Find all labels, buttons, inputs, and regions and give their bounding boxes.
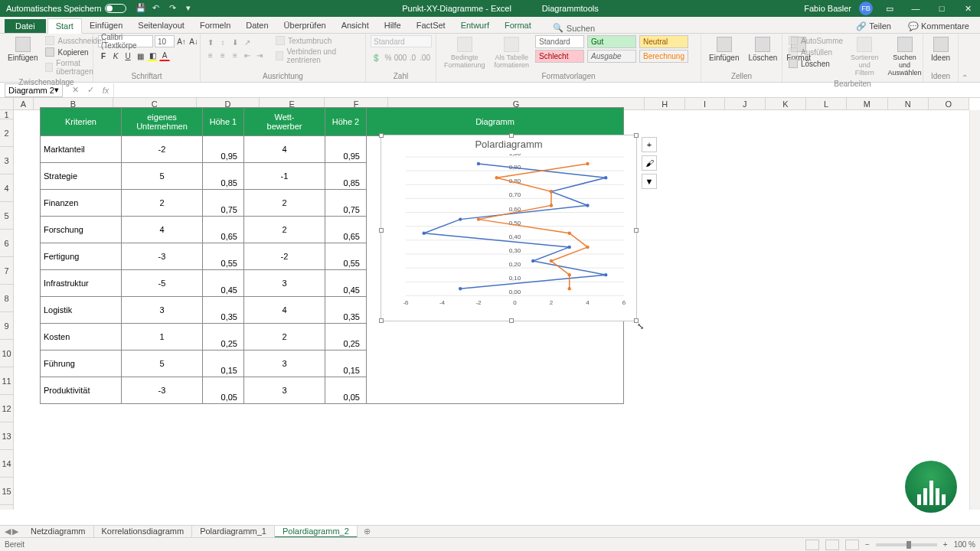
autosave-toggle[interactable]: Automatisches Speichern: [6, 4, 126, 13]
row-header-2[interactable]: 2: [0, 119, 13, 147]
delete-cells-button[interactable]: Löschen: [745, 35, 780, 64]
thousands-icon[interactable]: 000: [395, 52, 406, 63]
close-button[interactable]: ✕: [959, 2, 977, 15]
fill-button[interactable]: Ausfüllen: [787, 47, 844, 57]
maximize-button[interactable]: □: [933, 2, 951, 15]
cell-kriterien[interactable]: Finanzen: [41, 190, 122, 217]
zoom-slider[interactable]: [876, 543, 937, 546]
conditional-formatting-button[interactable]: Bedingte Formatierung: [441, 35, 488, 70]
currency-icon[interactable]: 💲: [371, 52, 381, 63]
vertical-scrollbar[interactable]: [969, 110, 980, 510]
format-as-table-button[interactable]: Als Tabelle formatieren: [492, 35, 533, 70]
cell-kriterien[interactable]: Produktivität: [41, 377, 122, 404]
enter-formula-icon[interactable]: ✓: [84, 84, 96, 96]
tab-entwurf[interactable]: Entwurf: [453, 18, 497, 33]
chart-filter-button[interactable]: ▼: [642, 174, 657, 189]
find-select-button[interactable]: Suchen und Auswählen: [885, 35, 925, 78]
ideas-button[interactable]: Ideen: [928, 35, 953, 64]
cell-h1[interactable]: 0,15: [203, 350, 244, 377]
cell-kriterien[interactable]: Logistik: [41, 297, 122, 324]
zoom-in-button[interactable]: +: [943, 540, 948, 549]
row-header-11[interactable]: 11: [0, 367, 13, 395]
share-button[interactable]: 🔗 Teilen: [850, 20, 897, 33]
cell-eigenes[interactable]: 5: [122, 163, 203, 190]
cell-h1[interactable]: 0,35: [203, 297, 244, 324]
row-header-4[interactable]: 4: [0, 174, 13, 202]
cell-eigenes[interactable]: 5: [122, 350, 203, 377]
merge-center-button[interactable]: Verbinden und zentrieren: [274, 47, 361, 65]
font-color-button[interactable]: A: [159, 51, 170, 61]
style-gut[interactable]: Gut: [587, 35, 636, 48]
row-header-12[interactable]: 12: [0, 395, 13, 422]
align-top-icon[interactable]: ⬆: [205, 37, 216, 47]
indent-dec-icon[interactable]: ⇤: [242, 50, 253, 60]
fx-icon[interactable]: fx: [100, 84, 112, 96]
cell-eigenes[interactable]: 1: [122, 324, 203, 350]
cell-h2[interactable]: 0,15: [325, 350, 367, 377]
fill-color-button[interactable]: ◧: [147, 51, 158, 61]
cell-h1[interactable]: 0,25: [203, 324, 244, 350]
comments-button[interactable]: 💬 Kommentare: [902, 20, 975, 33]
cell-h1[interactable]: 0,75: [203, 190, 244, 217]
row-header-10[interactable]: 10: [0, 340, 13, 367]
col-header-N[interactable]: N: [888, 98, 929, 109]
cell-h2[interactable]: 0,55: [325, 243, 367, 270]
tab-einfügen[interactable]: Einfügen: [82, 18, 130, 33]
style-ausgabe[interactable]: Ausgabe: [587, 50, 636, 63]
underline-button[interactable]: U: [122, 51, 133, 61]
view-normal-button[interactable]: [805, 540, 819, 550]
cell-h1[interactable]: 0,55: [203, 243, 244, 270]
cell-kriterien[interactable]: Infrastruktur: [41, 270, 122, 297]
align-center-icon[interactable]: ≡: [217, 50, 228, 60]
cell-h1[interactable]: 0,45: [203, 270, 244, 297]
row-header-3[interactable]: 3: [0, 147, 13, 174]
add-sheet-button[interactable]: ⊕: [358, 527, 377, 536]
sheet-tab[interactable]: Polardiagramm_2: [275, 526, 358, 538]
row-header-5[interactable]: 5: [0, 202, 13, 230]
row-header-6[interactable]: 6: [0, 230, 13, 257]
align-bottom-icon[interactable]: ⬇: [230, 37, 240, 47]
ribbon-options-icon[interactable]: ▭: [880, 2, 899, 15]
cell-h2[interactable]: 0,45: [325, 270, 367, 297]
qat-customize-icon[interactable]: ▾: [186, 3, 197, 14]
ribbon-collapse-icon[interactable]: ⌃: [959, 34, 971, 82]
cell-kriterien[interactable]: Führung: [41, 350, 122, 377]
cell-h2[interactable]: 0,25: [325, 324, 367, 350]
cell-wett[interactable]: 4: [244, 297, 325, 324]
format-painter-button[interactable]: Format übertragen: [44, 58, 107, 77]
chart-object[interactable]: Polardiagramm 0,000,100,200,300,400,500,…: [381, 135, 637, 321]
indent-inc-icon[interactable]: ⇥: [254, 50, 265, 60]
align-middle-icon[interactable]: ↕: [217, 37, 228, 47]
paste-button[interactable]: Einfügen: [5, 35, 41, 64]
cell-kriterien[interactable]: Forschung: [41, 217, 122, 243]
minimize-button[interactable]: —: [906, 2, 925, 15]
cell-wett[interactable]: -2: [244, 243, 325, 270]
cell-eigenes[interactable]: 3: [122, 297, 203, 324]
cell-kriterien[interactable]: Marktanteil: [41, 136, 122, 163]
dec-dec-icon[interactable]: .00: [420, 52, 430, 63]
cell-h2[interactable]: 0,85: [325, 163, 367, 190]
cell-h2[interactable]: 0,05: [325, 377, 367, 404]
cell-h1[interactable]: 0,05: [203, 377, 244, 404]
cell-eigenes[interactable]: -3: [122, 243, 203, 270]
col-header-L[interactable]: L: [806, 98, 847, 109]
cut-button[interactable]: Ausschneiden: [44, 35, 107, 46]
style-neutral[interactable]: Neutral: [639, 35, 688, 48]
cell-h2[interactable]: 0,65: [325, 217, 367, 243]
style-schlecht[interactable]: Schlecht: [535, 50, 584, 63]
italic-button[interactable]: K: [110, 51, 121, 61]
select-all-corner[interactable]: [0, 98, 14, 110]
col-header-O[interactable]: O: [929, 98, 969, 109]
cell-eigenes[interactable]: -2: [122, 136, 203, 163]
cell-wett[interactable]: 2: [244, 217, 325, 243]
cell-wett[interactable]: 2: [244, 190, 325, 217]
view-layout-button[interactable]: [825, 540, 839, 550]
chart-styles-button[interactable]: 🖌: [642, 155, 657, 171]
cell-eigenes[interactable]: -5: [122, 270, 203, 297]
col-header-H[interactable]: H: [645, 98, 685, 109]
chart-plot-area[interactable]: 0,000,100,200,300,400,500,600,700,800,90…: [390, 154, 627, 306]
font-size-combo[interactable]: 10: [155, 35, 175, 47]
chart-elements-button[interactable]: +: [642, 137, 657, 152]
cell-kriterien[interactable]: Kosten: [41, 324, 122, 350]
grow-font-icon[interactable]: A↑: [176, 36, 187, 47]
